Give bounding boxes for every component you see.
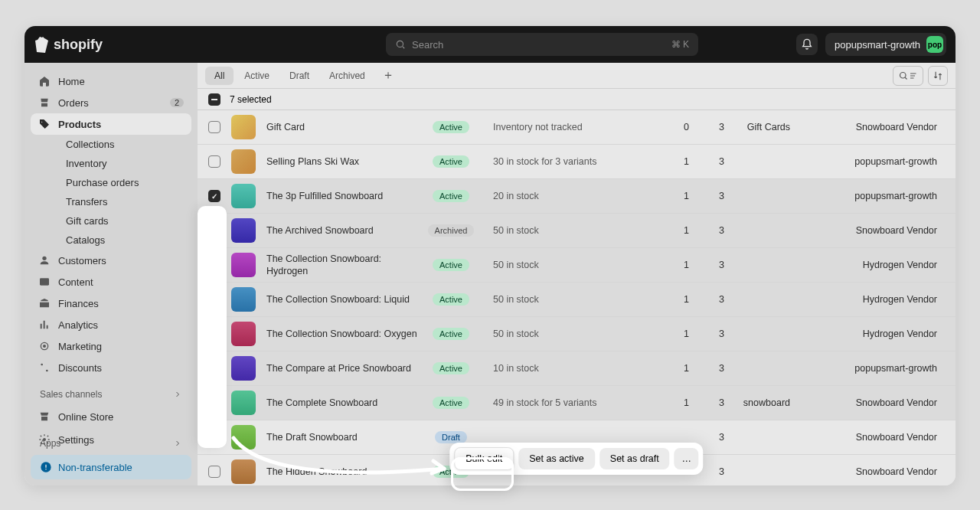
avatar: pop (926, 36, 943, 53)
product-col1: 1 (654, 363, 689, 374)
table-row[interactable]: Selling Plans Ski WaxActive30 in stock f… (198, 145, 956, 179)
add-view-button[interactable]: ＋ (376, 64, 400, 87)
search-filter-button[interactable] (893, 66, 923, 86)
search-shortcut: ⌘ K (671, 39, 689, 50)
nav-discounts[interactable]: Discounts (31, 357, 191, 378)
home-icon (38, 75, 51, 87)
table-row[interactable]: The Compare at Price SnowboardActive10 i… (198, 351, 956, 386)
nav-collections[interactable]: Collections (58, 135, 191, 154)
row-checkbox[interactable] (208, 293, 220, 306)
nav-finances[interactable]: Finances (31, 293, 191, 314)
product-inventory: Inventory not tracked (493, 122, 654, 132)
product-inventory: 49 in stock for 5 variants (493, 397, 654, 408)
tab-draft[interactable]: Draft (280, 67, 318, 85)
product-category: snowboard (724, 397, 795, 408)
brand-text: shopify (54, 37, 103, 53)
tab-active[interactable]: Active (235, 67, 279, 85)
row-checkbox[interactable] (208, 362, 220, 374)
product-thumbnail (231, 391, 256, 415)
product-status: Active (420, 293, 482, 306)
more-actions-button[interactable]: … (675, 448, 699, 469)
table-row[interactable]: Gift CardActiveInventory not tracked03Gi… (198, 110, 956, 145)
product-name: The Archived Snowboard (266, 224, 420, 237)
nav-purchase-orders[interactable]: Purchase orders (58, 173, 191, 192)
nav-catalogs[interactable]: Catalogs (58, 230, 191, 250)
product-name: Gift Card (266, 121, 420, 133)
product-col2: 3 (689, 191, 724, 201)
product-col2: 3 (689, 329, 724, 339)
svg-point-0 (397, 41, 403, 47)
row-checkbox[interactable] (208, 431, 220, 443)
product-col1: 1 (654, 191, 689, 201)
product-name: The 3p Fulfilled Snowboard (266, 190, 420, 202)
product-col2: 3 (689, 156, 724, 167)
row-checkbox[interactable] (208, 397, 220, 409)
product-inventory: 10 in stock (493, 363, 654, 374)
product-col1: 0 (654, 122, 689, 132)
nav-settings[interactable]: Settings (31, 429, 191, 450)
nav-products[interactable]: Products (31, 113, 191, 135)
table-row[interactable]: The Collection Snowboard: OxygenActive50… (198, 317, 956, 351)
row-checkbox[interactable] (208, 259, 220, 271)
product-name: The Collection Snowboard: Oxygen (266, 328, 420, 340)
product-thumbnail (231, 425, 256, 450)
table-row[interactable]: The Complete SnowboardActive49 in stock … (198, 386, 956, 420)
product-vendor: Hydrogen Vendor (795, 294, 945, 305)
sort-button[interactable] (928, 66, 948, 86)
store-icon (38, 410, 51, 423)
bulk-edit-button[interactable]: Bulk edit (454, 447, 514, 470)
set-active-button[interactable]: Set as active (518, 448, 595, 469)
row-checkbox[interactable] (208, 466, 220, 478)
nav-content[interactable]: Content (31, 271, 191, 293)
discounts-icon (38, 361, 51, 374)
nav-marketing[interactable]: Marketing (31, 335, 191, 357)
svg-point-3 (43, 345, 46, 348)
table-row[interactable]: The Collection Snowboard: HydrogenActive… (198, 248, 956, 283)
search-input[interactable]: Search ⌘ K (386, 33, 698, 56)
row-checkbox[interactable] (208, 155, 220, 168)
row-checkbox[interactable] (208, 328, 220, 340)
nav-gift-cards[interactable]: Gift cards (58, 211, 191, 230)
product-status: Active (420, 328, 482, 340)
nav-transfers[interactable]: Transfers (58, 192, 191, 211)
product-col2: 3 (689, 122, 724, 132)
product-vendor: Snowboard Vendor (795, 122, 945, 132)
table-row[interactable]: The 3p Fulfilled SnowboardActive20 in st… (198, 179, 956, 214)
select-all-checkbox[interactable] (208, 93, 220, 106)
nav-home[interactable]: Home (31, 70, 191, 92)
product-status: Active (420, 155, 482, 168)
product-status: Active (420, 362, 482, 374)
table-row[interactable]: The Archived SnowboardArchived50 in stoc… (198, 214, 956, 248)
sales-channels-header[interactable]: Sales channels (31, 383, 191, 406)
brand-logo: shopify (34, 36, 103, 53)
finances-icon (38, 297, 51, 309)
bulk-action-bar: Bulk edit Set as active Set as draft … (449, 443, 703, 475)
product-status: Archived (420, 224, 482, 237)
product-thumbnail (231, 115, 256, 139)
nav-analytics[interactable]: Analytics (31, 314, 191, 335)
tab-all[interactable]: All (205, 67, 234, 85)
nav-orders[interactable]: Orders 2 (31, 92, 191, 113)
product-thumbnail (231, 459, 256, 484)
table-row[interactable]: The Collection Snowboard: LiquidActive50… (198, 283, 956, 317)
row-checkbox[interactable] (208, 190, 220, 202)
nav-customers[interactable]: Customers (31, 250, 191, 271)
tab-bar: All Active Draft Archived ＋ (198, 63, 956, 89)
set-draft-button[interactable]: Set as draft (599, 448, 670, 469)
tab-archived[interactable]: Archived (320, 67, 374, 85)
row-checkbox[interactable] (208, 224, 220, 237)
marketing-icon (38, 340, 51, 352)
nav-online-store[interactable]: Online Store (31, 406, 191, 427)
product-status: Active (420, 259, 482, 271)
row-checkbox[interactable] (208, 121, 220, 133)
product-rows: Gift CardActiveInventory not tracked03Gi… (198, 110, 956, 485)
product-vendor: popupsmart-growth (795, 156, 945, 167)
product-name: The Collection Snowboard: Liquid (266, 293, 420, 306)
product-col1: 1 (654, 294, 689, 305)
product-category: Gift Cards (724, 122, 795, 132)
svg-rect-2 (40, 278, 49, 285)
product-status: Draft (420, 431, 482, 443)
notifications-button[interactable] (796, 34, 818, 55)
nav-inventory[interactable]: Inventory (58, 154, 191, 173)
store-menu[interactable]: popupsmart-growth pop (825, 33, 946, 56)
